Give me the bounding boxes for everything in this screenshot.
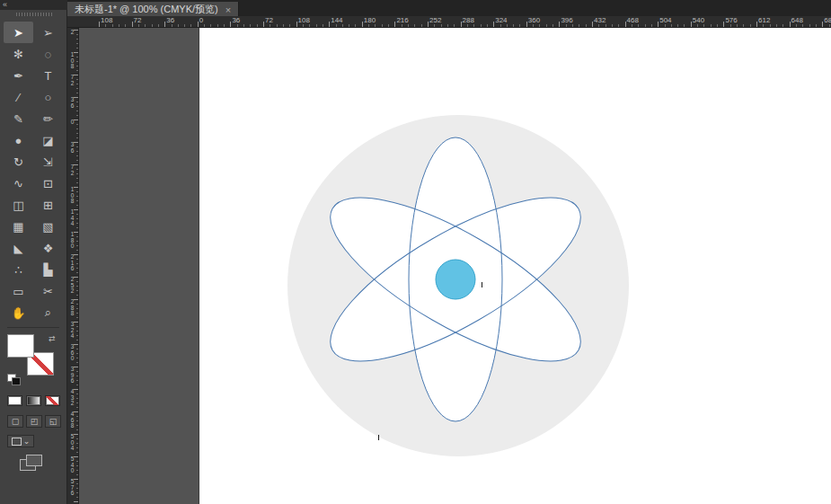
scale-tool[interactable]: ⇲ (33, 151, 63, 172)
width-tool[interactable]: ∿ (4, 172, 33, 194)
h-ruler-label: 576 (725, 16, 737, 24)
v-ruler-label: 5 0 4 (67, 434, 77, 452)
pen-tool-icon: ✒ (13, 69, 23, 83)
ellipse-tool[interactable]: ○ (33, 86, 63, 108)
h-ruler-label: 540 (693, 16, 704, 24)
draw-behind-button[interactable]: ◰ (26, 415, 42, 428)
document-tab[interactable]: 未标题-1* @ 100% (CMYK/预览) × (67, 2, 239, 18)
text-cursor-mark (482, 282, 482, 287)
zoom-tool-icon: ⌕ (45, 305, 51, 320)
slice-tool[interactable]: ✂ (33, 280, 63, 302)
selection-tool[interactable]: ➤ (4, 22, 33, 43)
h-ruler-label: 396 (561, 16, 572, 24)
v-ruler-label: 3 2 4 (67, 322, 77, 340)
column-graph-tool[interactable]: ▙ (33, 259, 63, 280)
h-ruler-label: 36 (166, 16, 174, 24)
overlapping-panels-icon[interactable] (20, 455, 43, 471)
shape-builder-tool[interactable]: ◫ (4, 194, 33, 216)
v-ruler-label: 3 9 6 (67, 367, 77, 385)
v-ruler-label: 2 1 6 (67, 254, 77, 272)
draw-inside-button[interactable]: ◱ (45, 415, 61, 428)
h-ruler-label: 72 (265, 16, 273, 24)
v-ruler-label: 7 2 (67, 75, 77, 86)
h-ruler-label: 684 (824, 16, 831, 24)
default-fill-stroke-button[interactable] (7, 374, 20, 385)
mesh-tool[interactable]: ▦ (4, 216, 33, 237)
color-button[interactable] (7, 395, 22, 406)
hand-tool[interactable]: ✋ (4, 302, 33, 323)
nucleus-circle[interactable] (436, 260, 475, 299)
panel-collapse-strip[interactable]: « (0, 0, 67, 10)
panel-grip-handle[interactable] (16, 13, 52, 16)
v-ruler-label: 2 (67, 30, 77, 36)
eyedropper-tool[interactable]: ◣ (4, 237, 33, 259)
v-ruler-label: 3 6 0 (67, 344, 77, 362)
canvas-pasteboard[interactable] (79, 28, 831, 504)
eyedropper-tool-icon: ◣ (14, 242, 23, 255)
screen-mode-button[interactable]: ⌄ (7, 435, 34, 447)
tab-close-icon[interactable]: × (225, 4, 231, 15)
draw-normal-icon: ▢ (12, 417, 20, 426)
eraser-tool-icon: ◪ (42, 134, 53, 147)
shape-builder-tool-icon: ◫ (13, 199, 23, 212)
perspective-grid-tool-icon: ⊞ (43, 199, 53, 212)
v-ruler-label: 3 6 (67, 142, 77, 154)
free-transform-tool-icon: ⊡ (43, 177, 53, 190)
artboard-tool-icon: ▭ (13, 285, 23, 298)
artboard-tool[interactable]: ▭ (4, 280, 33, 302)
swap-fill-stroke-icon[interactable]: ⇄ (49, 334, 56, 343)
lasso-tool[interactable]: ◌ (33, 43, 63, 65)
pencil-tool-icon: ✏ (43, 112, 53, 126)
magic-wand-tool[interactable]: ✻ (4, 43, 33, 65)
v-ruler-label: 3 6 (67, 97, 77, 109)
fill-swatch[interactable] (7, 334, 34, 358)
h-ruler-label: 252 (429, 16, 441, 24)
symbol-sprayer-tool[interactable]: ∴ (4, 259, 33, 280)
blob-brush-tool-icon: ● (15, 134, 22, 147)
h-ruler-label: 432 (594, 16, 606, 24)
h-ruler-label: 324 (495, 16, 507, 24)
draw-normal-button[interactable]: ▢ (7, 415, 23, 428)
blend-tool[interactable]: ❖ (33, 237, 63, 259)
vertical-ruler[interactable]: 21 0 87 23 603 67 21 0 81 4 41 8 02 1 62… (67, 28, 79, 504)
perspective-grid-tool[interactable]: ⊞ (33, 194, 63, 216)
pen-tool[interactable]: ✒ (4, 65, 33, 86)
gradient-tool[interactable]: ▧ (33, 216, 63, 237)
v-ruler-label: 4 6 8 (67, 411, 77, 429)
v-ruler-label: 1 0 8 (67, 52, 77, 70)
default-stroke-icon (12, 377, 21, 385)
rotate-tool[interactable]: ↻ (4, 151, 33, 172)
none-button[interactable] (45, 395, 60, 406)
line-segment-tool-icon: ∕ (17, 91, 19, 104)
zoom-tool[interactable]: ⌕ (33, 302, 63, 323)
line-segment-tool[interactable]: ∕ (4, 86, 33, 108)
horizontal-ruler[interactable]: 1087236036721081441802162522883243603964… (67, 16, 831, 28)
draw-behind-icon: ◰ (31, 417, 39, 426)
h-ruler-label: 216 (396, 16, 408, 24)
gradient-button[interactable] (26, 395, 41, 406)
atom-artwork[interactable] (79, 28, 831, 504)
h-ruler-label: 180 (364, 16, 376, 24)
ellipse-tool-icon: ○ (45, 91, 52, 104)
v-ruler-label: 2 8 8 (67, 299, 77, 317)
direct-selection-tool[interactable]: ➢ (33, 22, 63, 43)
eraser-tool[interactable]: ◪ (33, 129, 63, 151)
free-transform-tool[interactable]: ⊡ (33, 172, 63, 194)
paintbrush-tool[interactable]: ✎ (4, 108, 33, 129)
v-ruler-label: 2 5 2 (67, 277, 77, 295)
color-mode-row (7, 395, 60, 406)
pencil-tool[interactable]: ✏ (33, 108, 63, 129)
h-ruler-label: 612 (758, 16, 770, 24)
h-ruler-label: 648 (791, 16, 803, 24)
paintbrush-tool-icon: ✎ (13, 112, 23, 126)
h-ruler-label: 36 (232, 16, 240, 24)
h-ruler-label: 144 (331, 16, 342, 24)
column-graph-tool-icon: ▙ (44, 263, 53, 277)
panel-rect-front (26, 455, 42, 466)
blob-brush-tool[interactable]: ● (4, 129, 33, 151)
type-tool[interactable]: T (33, 65, 63, 86)
v-ruler-label: 1 0 8 (67, 187, 77, 205)
gradient-tool-icon: ▧ (42, 220, 53, 234)
collapse-panel-icon[interactable]: « (3, 0, 7, 9)
rotate-tool-icon: ↻ (13, 155, 23, 169)
